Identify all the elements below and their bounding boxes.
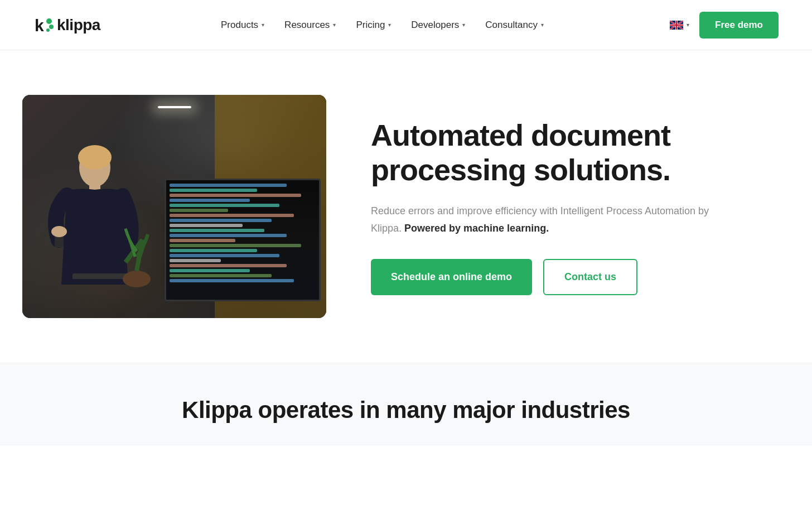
contact-us-button[interactable]: Contact us: [543, 259, 637, 295]
nav-pricing[interactable]: Pricing ▾: [348, 15, 399, 35]
person-silhouette: [39, 128, 151, 318]
monitor-screen: [166, 180, 319, 300]
industries-section: Klippa operates in many major industries: [0, 363, 812, 446]
schedule-demo-button[interactable]: Schedule an online demo: [371, 259, 532, 295]
header-right: ▾ Free demo: [664, 12, 779, 39]
ceiling-light: [158, 106, 191, 108]
svg-point-12: [123, 271, 151, 287]
main-nav: Products ▾ Resources ▾ Pricing ▾ Develop…: [123, 15, 642, 35]
chevron-down-icon: ▾: [388, 22, 391, 28]
hero-content: Automated document processing solutions.…: [371, 118, 728, 295]
svg-point-10: [51, 226, 67, 237]
svg-rect-11: [72, 273, 128, 279]
klippa-logo-icon: k: [33, 15, 55, 36]
svg-point-2: [46, 18, 52, 24]
chevron-down-icon: ▾: [462, 22, 465, 28]
nav-developers[interactable]: Developers ▾: [403, 15, 473, 35]
hero-image: [22, 95, 326, 318]
brand-name: klippa: [57, 16, 100, 34]
industries-title: Klippa operates in many major industries: [33, 397, 779, 424]
chevron-down-icon: ▾: [333, 22, 336, 28]
hero-buttons: Schedule an online demo Contact us: [371, 259, 728, 295]
svg-point-3: [49, 25, 54, 29]
nav-consultancy[interactable]: Consultancy ▾: [477, 15, 552, 35]
svg-text:k: k: [35, 16, 44, 35]
hero-image-bg: [22, 95, 326, 318]
lang-chevron-icon: ▾: [687, 22, 689, 28]
nav-resources[interactable]: Resources ▾: [277, 15, 344, 35]
hero-title: Automated document processing solutions.: [371, 118, 728, 187]
svg-point-7: [78, 145, 112, 170]
hero-subtitle: Reduce errors and improve efficiency wit…: [371, 203, 728, 237]
logo[interactable]: k klippa: [33, 15, 100, 36]
chevron-down-icon: ▾: [262, 22, 264, 28]
free-demo-button[interactable]: Free demo: [699, 12, 779, 39]
hero-subtitle-bold: Powered by machine learning.: [404, 223, 549, 234]
svg-point-4: [46, 28, 50, 32]
language-selector[interactable]: ▾: [664, 17, 695, 33]
hero-section: Automated document processing solutions.…: [0, 50, 812, 363]
nav-products[interactable]: Products ▾: [213, 15, 272, 35]
chevron-down-icon: ▾: [541, 22, 544, 28]
computer-monitor: [165, 179, 321, 301]
uk-flag-icon: [670, 21, 683, 30]
site-header: k klippa Products ▾ Resources ▾ Pricing …: [0, 0, 812, 50]
